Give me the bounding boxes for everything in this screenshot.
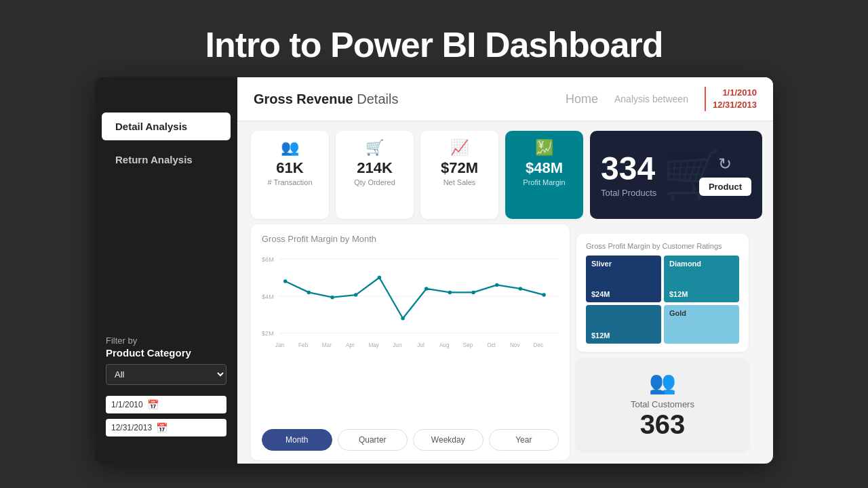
btn-quarter[interactable]: Quarter: [338, 429, 408, 451]
svg-point-12: [425, 287, 428, 291]
rating-other: $12M: [586, 305, 661, 344]
customers-number: 363: [640, 409, 686, 440]
net-sales-value: $72M: [441, 159, 478, 177]
silver-value: $24M: [591, 290, 656, 298]
analysis-between-label: Analysis between: [614, 94, 688, 104]
forward-arrow-icon: ↻: [718, 155, 732, 174]
total-products-card: 🛒 334 Total Products ↻ Product: [590, 131, 762, 219]
header-date-start: 1/1/2010: [722, 87, 757, 99]
svg-text:$4M: $4M: [262, 293, 274, 300]
btn-weekday[interactable]: Weekday: [413, 429, 484, 451]
header-nav: Home Analysis between 1/1/2010 12/31/201…: [566, 87, 757, 111]
net-sales-icon: 📈: [450, 139, 469, 157]
chart-title: Gross Profit Margin by Month: [262, 234, 559, 244]
calendar-icon-2: 📅: [156, 422, 167, 433]
svg-text:$2M: $2M: [262, 331, 274, 338]
svg-text:Mar: Mar: [322, 342, 332, 348]
header-date-range: 1/1/2010 12/31/2013: [705, 87, 757, 111]
transaction-label: # Transaction: [267, 178, 312, 186]
ratings-grid: Sliver $24M Diamond $12M $12M Gold: [586, 256, 739, 344]
customers-card: 👥 Total Customers 363: [576, 359, 749, 451]
kpi-row: 👥 61K # Transaction 🛒 214K Qty Ordered 📈…: [251, 121, 590, 224]
svg-point-14: [471, 291, 475, 294]
header-title-bold: Gross Revenue: [254, 92, 353, 106]
svg-text:May: May: [368, 342, 379, 348]
svg-text:Jan: Jan: [275, 342, 285, 348]
btn-year[interactable]: Year: [489, 429, 559, 451]
chart-area: Gross Profit Margin by Month $6M $4M $2M: [251, 224, 570, 460]
chart-svg-wrapper: $6M $4M $2M: [262, 248, 559, 422]
product-category-select[interactable]: All: [106, 364, 226, 385]
svg-text:Feb: Feb: [298, 342, 309, 348]
profit-value: $48M: [526, 159, 563, 177]
chart-buttons: Month Quarter Weekday Year: [262, 429, 559, 451]
sidebar-item-return-analysis[interactable]: Return Analysis: [102, 146, 231, 174]
customers-icon: 👥: [649, 369, 676, 395]
svg-point-15: [495, 283, 498, 287]
home-link[interactable]: Home: [566, 92, 598, 106]
profit-label: Profit Margin: [523, 178, 565, 186]
svg-text:Sep: Sep: [463, 342, 473, 348]
svg-text:Oct: Oct: [487, 342, 496, 348]
svg-text:Jul: Jul: [417, 342, 425, 348]
product-category-label: Product Category: [106, 347, 226, 359]
sidebar-nav: Detail Analysis Return Analysis: [95, 111, 237, 175]
date-range: 1/1/2010 📅 12/31/2013 📅: [106, 396, 226, 436]
svg-point-8: [330, 296, 334, 299]
right-column: Gross Profit Margin by Customer Ratings …: [576, 224, 760, 460]
date-to-input[interactable]: 12/31/2013 📅: [106, 419, 226, 436]
tp-left: 334 Total Products: [601, 152, 656, 198]
svg-point-6: [283, 280, 287, 283]
product-button[interactable]: Product: [699, 178, 751, 196]
rating-gold: Gold: [664, 305, 739, 344]
line-chart: $6M $4M $2M: [262, 248, 559, 357]
profit-icon: 💹: [535, 139, 553, 157]
date-from-input[interactable]: 1/1/2010 📅: [106, 396, 226, 413]
header: Gross Revenue Details Home Analysis betw…: [237, 77, 773, 121]
main-content: Gross Revenue Details Home Analysis betw…: [237, 77, 773, 464]
silver-label: Sliver: [591, 260, 656, 268]
other-value: $12M: [591, 331, 656, 340]
header-date-end: 12/31/2013: [713, 99, 757, 111]
diamond-value: $12M: [669, 290, 734, 298]
date-to-value: 12/31/2013: [111, 423, 152, 432]
date-from-value: 1/1/2010: [111, 400, 143, 409]
sidebar: Detail Analysis Return Analysis Filter b…: [95, 77, 237, 464]
transaction-icon: 👥: [281, 139, 299, 157]
diamond-label: Diamond: [669, 260, 734, 268]
dashboard-container: Detail Analysis Return Analysis Filter b…: [95, 77, 773, 464]
total-products-label: Total Products: [601, 188, 656, 198]
calendar-icon: 📅: [147, 399, 159, 410]
svg-text:Dec: Dec: [534, 342, 544, 348]
rating-silver: Sliver $24M: [586, 256, 661, 302]
svg-point-17: [542, 293, 545, 297]
svg-text:Jun: Jun: [393, 342, 402, 348]
net-sales-label: Net Sales: [443, 178, 476, 186]
svg-text:Apr: Apr: [346, 342, 355, 348]
svg-text:$6M: $6M: [262, 256, 274, 263]
bottom-row: Gross Profit Margin by Month $6M $4M $2M: [237, 224, 773, 464]
sidebar-filter: Filter by Product Category All 1/1/2010 …: [95, 325, 237, 450]
tp-right: ↻ Product: [699, 155, 751, 196]
ratings-card: Gross Profit Margin by Customer Ratings …: [576, 234, 749, 352]
svg-point-16: [519, 287, 522, 291]
ratings-title: Gross Profit Margin by Customer Ratings: [586, 242, 739, 250]
sidebar-item-detail-analysis[interactable]: Detail Analysis: [102, 113, 231, 140]
kpi-transaction: 👥 61K # Transaction: [251, 131, 329, 219]
qty-label: Qty Ordered: [354, 178, 395, 186]
customers-label: Total Customers: [631, 399, 694, 409]
rating-diamond: Diamond $12M: [664, 256, 739, 302]
total-products-number: 334: [601, 152, 656, 185]
svg-text:Aug: Aug: [439, 342, 450, 348]
svg-point-11: [401, 317, 404, 320]
svg-point-9: [354, 293, 357, 297]
filter-by-label: Filter by: [106, 336, 226, 346]
header-title-light: Details: [357, 92, 398, 106]
transaction-value: 61K: [276, 159, 303, 177]
btn-month[interactable]: Month: [262, 429, 332, 451]
svg-point-7: [307, 291, 311, 294]
page-title: Intro to Power BI Dashboard: [205, 24, 663, 65]
gold-label: Gold: [669, 309, 734, 317]
kpi-qty-ordered: 🛒 214K Qty Ordered: [336, 131, 414, 219]
qty-value: 214K: [357, 159, 393, 177]
